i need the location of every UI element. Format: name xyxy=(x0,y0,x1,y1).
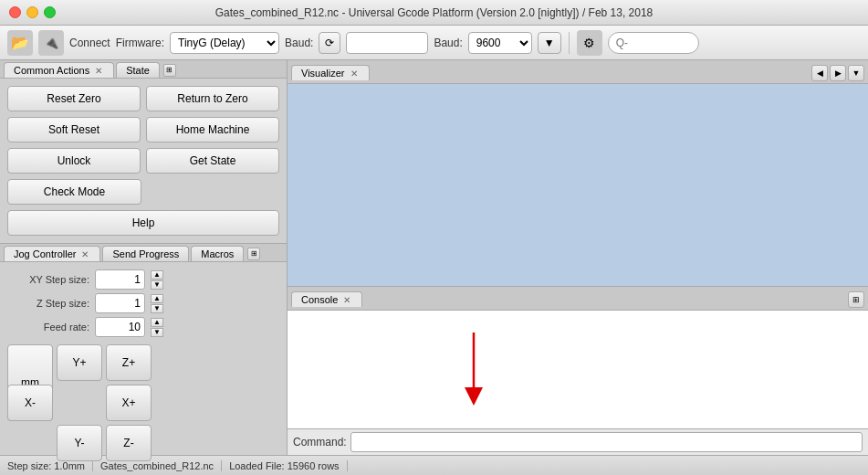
refresh-button[interactable]: ⟳ xyxy=(319,32,340,54)
more-button[interactable]: ▼ xyxy=(538,32,561,54)
baud-select[interactable]: 9600 xyxy=(468,32,532,54)
get-state-button[interactable]: Get State xyxy=(146,148,279,174)
tab-state[interactable]: State xyxy=(116,62,160,78)
y-minus-button[interactable]: Y- xyxy=(57,425,102,461)
jog-grid: mmY+Z+X-X+Y-Z- xyxy=(7,344,279,461)
tab-jog-close[interactable]: ✕ xyxy=(79,248,90,259)
feed-rate-down[interactable]: ▼ xyxy=(151,328,163,337)
z-step-down[interactable]: ▼ xyxy=(151,304,163,313)
jog-resize-icon[interactable]: ⊞ xyxy=(247,248,260,260)
firmware-label: Firmware: xyxy=(116,37,164,49)
xy-step-label: XY Step size: xyxy=(7,274,89,285)
tab-visualizer-label: Visualizer xyxy=(301,68,345,79)
folder-icon[interactable]: 📂 xyxy=(7,30,33,56)
z-minus-button[interactable]: Z- xyxy=(106,425,152,461)
jog-params: XY Step size: ▲ ▼ Z Step size: ▲ xyxy=(7,269,279,337)
tab-visualizer[interactable]: Visualizer ✕ xyxy=(291,65,370,80)
console-output xyxy=(288,311,868,428)
visualizer-tabs: Visualizer ✕ ◀ ▶ ▼ xyxy=(288,60,868,84)
console-nav-arrows: ⊞ xyxy=(848,291,864,308)
right-panel: Visualizer ✕ ◀ ▶ ▼ Z+ ▼ xyxy=(288,60,868,455)
xy-step-spinner: ▲ ▼ xyxy=(151,270,163,290)
console-tabs: Console ✕ ⊞ xyxy=(288,287,868,311)
left-panel: Common Actions ✕ State ⊞ Reset Zero Retu… xyxy=(0,60,288,455)
home-machine-button[interactable]: Home Machine xyxy=(146,117,279,142)
nav-down[interactable]: ▼ xyxy=(848,65,864,81)
close-button[interactable] xyxy=(9,6,21,18)
console-arrow xyxy=(291,314,864,425)
command-input[interactable] xyxy=(350,432,863,452)
tab-jog-label: Jog Controller xyxy=(14,248,76,259)
nav-left[interactable]: ◀ xyxy=(811,65,828,81)
common-actions-content: Reset Zero Return to Zero Soft Reset Hom… xyxy=(0,79,287,243)
z-step-row: Z Step size: ▲ ▼ xyxy=(7,293,279,313)
xy-step-row: XY Step size: ▲ ▼ xyxy=(7,269,279,290)
tab-console-label: Console xyxy=(301,294,338,305)
jog-panel-tabs: Jog Controller ✕ Send Progress Macros ⊞ xyxy=(0,243,287,262)
y-plus-button[interactable]: Y+ xyxy=(57,344,102,381)
action-row-4: Check Mode xyxy=(7,179,279,205)
action-row-2: Soft Reset Home Machine xyxy=(7,117,279,142)
xy-step-input[interactable] xyxy=(95,269,145,290)
help-button[interactable]: Help xyxy=(7,210,279,236)
z-step-up[interactable]: ▲ xyxy=(151,294,163,303)
x-plus-button[interactable]: X+ xyxy=(106,385,152,421)
feed-rate-up[interactable]: ▲ xyxy=(151,318,163,327)
return-to-zero-button[interactable]: Return to Zero xyxy=(146,86,279,111)
divider xyxy=(569,32,570,54)
tab-common-actions[interactable]: Common Actions ✕ xyxy=(4,62,114,78)
check-mode-button[interactable]: Check Mode xyxy=(7,179,141,205)
visualizer: Visualizer ✕ ◀ ▶ ▼ Z+ ▼ xyxy=(288,60,868,286)
panel-resize-icon[interactable]: ⊞ xyxy=(163,64,176,77)
tab-macros-label: Macros xyxy=(201,248,234,259)
baud-label1: Baud: xyxy=(285,37,313,49)
feed-rate-spinner: ▲ ▼ xyxy=(151,318,163,337)
baud-input1[interactable] xyxy=(346,32,428,54)
tab-macros[interactable]: Macros xyxy=(191,246,244,261)
search-input[interactable] xyxy=(608,32,699,54)
command-label: Command: xyxy=(293,436,347,449)
tab-common-actions-close[interactable]: ✕ xyxy=(93,65,104,76)
console-nav-expand[interactable]: ⊞ xyxy=(848,291,864,308)
minimize-button[interactable] xyxy=(26,6,38,18)
soft-reset-button[interactable]: Soft Reset xyxy=(7,117,141,142)
status-loaded: Loaded File: 15960 rows xyxy=(222,460,347,471)
tab-send-progress-label: Send Progress xyxy=(112,248,179,259)
feed-rate-label: Feed rate: xyxy=(7,322,89,332)
xy-step-down[interactable]: ▼ xyxy=(151,280,163,290)
reset-zero-button[interactable]: Reset Zero xyxy=(7,86,141,111)
toolbar: 📂 🔌 Connect Firmware: TinyG (Delay) Baud… xyxy=(0,26,868,60)
nav-arrows: ◀ ▶ ▼ xyxy=(811,65,864,81)
settings-icon[interactable]: ⚙ xyxy=(577,30,602,56)
z-plus-button[interactable]: Z+ xyxy=(106,344,152,381)
firmware-select[interactable]: TinyG (Delay) xyxy=(170,32,279,54)
xy-step-up[interactable]: ▲ xyxy=(151,270,163,280)
z-step-label: Z Step size: xyxy=(7,298,89,309)
tab-visualizer-close[interactable]: ✕ xyxy=(349,68,360,79)
action-row-1: Reset Zero Return to Zero xyxy=(7,86,279,111)
console-panel: Console ✕ ⊞ xyxy=(288,286,868,455)
x-minus-button[interactable]: X- xyxy=(7,385,53,421)
tab-send-progress[interactable]: Send Progress xyxy=(102,246,189,261)
connect-icon[interactable]: 🔌 xyxy=(38,30,64,56)
traffic-lights xyxy=(9,6,56,18)
common-actions-tabs: Common Actions ✕ State ⊞ xyxy=(0,60,287,79)
action-row-3: Unlock Get State xyxy=(7,148,279,174)
jog-content: XY Step size: ▲ ▼ Z Step size: ▲ xyxy=(0,262,287,469)
status-step-size: Step size: 1.0mm xyxy=(7,460,93,471)
z-step-spinner: ▲ ▼ xyxy=(151,294,163,313)
feed-rate-input[interactable] xyxy=(95,317,145,337)
tab-console[interactable]: Console ✕ xyxy=(291,291,362,307)
tab-jog-controller[interactable]: Jog Controller ✕ xyxy=(4,246,100,261)
z-step-input[interactable] xyxy=(95,293,145,313)
tab-state-label: State xyxy=(126,65,150,76)
status-filename: Gates_combined_R12.nc xyxy=(93,460,222,471)
baud-label2: Baud: xyxy=(434,37,462,49)
console-command-row: Command: xyxy=(288,428,868,455)
maximize-button[interactable] xyxy=(44,6,56,18)
tab-console-close[interactable]: ✕ xyxy=(341,294,352,305)
unlock-button[interactable]: Unlock xyxy=(7,148,141,174)
connect-label: Connect xyxy=(69,37,110,49)
titlebar: Gates_combined_R12.nc - Universal Gcode … xyxy=(0,0,868,26)
nav-right[interactable]: ▶ xyxy=(830,65,846,81)
